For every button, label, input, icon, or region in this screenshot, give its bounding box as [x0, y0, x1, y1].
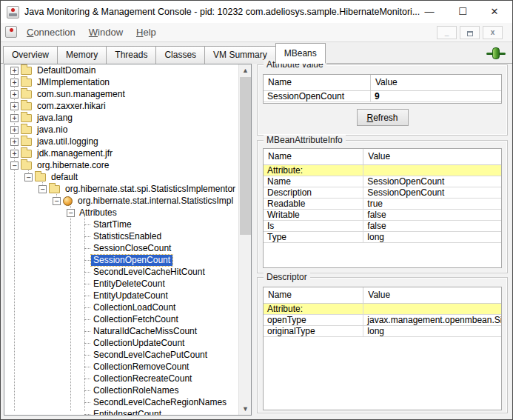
tree-node[interactable]: CollectionLoadCount	[4, 301, 238, 313]
tree-node[interactable]: CollectionRemoveCount	[4, 361, 238, 373]
tree-node[interactable]: −org.hibernate.stat.internal.StatisticsI…	[4, 195, 238, 207]
mbean-tree-panel[interactable]: +DefaultDomain+JMImplementation+com.sun.…	[4, 64, 252, 416]
tree-node[interactable]: −Attributes	[4, 207, 238, 219]
tree-node-label[interactable]: JMImplementation	[35, 77, 112, 88]
tree-node-label[interactable]: SecondLevelCachePutCount	[91, 350, 209, 361]
menu-help[interactable]: Help	[130, 23, 163, 42]
tree-node-label[interactable]: SessionOpenCount	[91, 255, 172, 266]
scrollbar-thumb[interactable]	[240, 77, 251, 235]
tree-node[interactable]: +jdk.management.jfr	[4, 147, 238, 159]
tree-node-label[interactable]: CollectionFetchCount	[91, 314, 181, 325]
table-cell[interactable]: true	[363, 198, 501, 209]
tree-node-label[interactable]: EntityUpdateCount	[91, 290, 170, 301]
tree-node[interactable]: +java.nio	[4, 124, 238, 136]
tree-node-label[interactable]: com.zaxxer.hikari	[35, 101, 108, 112]
tree-node[interactable]: +DefaultDomain	[4, 64, 238, 76]
table-cell[interactable]: false	[363, 209, 501, 220]
tree-node-label[interactable]: java.util.logging	[35, 136, 101, 147]
tree-node-label[interactable]: java.nio	[35, 124, 70, 136]
table-cell[interactable]: 9	[370, 90, 501, 101]
column-header-value[interactable]: Value	[363, 287, 501, 303]
table-cell[interactable]: Type	[264, 231, 363, 242]
tree-node-label[interactable]: CollectionRoleNames	[91, 385, 181, 396]
tab-mbeans[interactable]: MBeans	[275, 43, 326, 64]
tree-node-label[interactable]: java.lang	[35, 113, 75, 124]
tree-node[interactable]: CollectionFetchCount	[4, 313, 238, 325]
frame-minimize-button[interactable]: _	[437, 26, 457, 39]
table-cell[interactable]: Description	[264, 187, 363, 198]
menu-connection[interactable]: Connection	[20, 23, 82, 42]
plus-toggle-icon[interactable]: +	[10, 126, 19, 134]
table-cell[interactable]: originalType	[264, 325, 363, 336]
tree-node-label[interactable]: StartTime	[91, 219, 134, 230]
table-cell[interactable]: false	[363, 220, 501, 231]
tree-node[interactable]: SecondLevelCacheRegionNames	[4, 396, 238, 408]
close-button[interactable]: ✕	[481, 1, 508, 23]
tree-node-label[interactable]: CollectionRecreateCount	[91, 373, 194, 384]
table-cell[interactable]	[363, 164, 501, 176]
tree-node[interactable]: NaturalIdCacheMissCount	[4, 325, 238, 337]
tree-node[interactable]: EntityUpdateCount	[4, 290, 238, 301]
table-row[interactable]: SessionOpenCount9	[264, 90, 501, 101]
tree-scrollbar[interactable]: ▲ ▼	[238, 64, 251, 415]
table-cell[interactable]: SessionOpenCount	[363, 187, 501, 198]
table-cell[interactable]: Writable	[264, 209, 363, 220]
tree-node[interactable]: StartTime	[4, 219, 238, 230]
tree-node[interactable]: StatisticsEnabled	[4, 230, 238, 242]
tree-node[interactable]: +java.lang	[4, 112, 238, 124]
refresh-button[interactable]: Refresh	[357, 109, 409, 126]
table-row[interactable]: Attribute:	[264, 164, 501, 176]
tree-node[interactable]: EntityInsertCount	[4, 408, 238, 416]
tree-node[interactable]: SecondLevelCacheHitCount	[4, 266, 238, 278]
frame-restore-button[interactable]	[460, 26, 480, 39]
tree-node[interactable]: +java.util.logging	[4, 136, 238, 147]
column-header-value[interactable]: Value	[370, 75, 501, 90]
column-header-name[interactable]: Name	[264, 149, 363, 164]
tab-threads[interactable]: Threads	[106, 46, 156, 64]
table-row[interactable]: Readabletrue	[264, 198, 501, 209]
plus-toggle-icon[interactable]: +	[10, 114, 19, 122]
tree-node[interactable]: CollectionUpdateCount	[4, 337, 238, 349]
tree-node-label[interactable]: DefaultDomain	[35, 65, 98, 76]
tree-node-label[interactable]: Attributes	[77, 207, 119, 219]
plus-toggle-icon[interactable]: +	[10, 138, 19, 146]
tree-node-label[interactable]: org.hibernate.core	[35, 160, 111, 171]
minus-toggle-icon[interactable]: −	[67, 209, 75, 217]
frame-close-button[interactable]: x	[483, 26, 503, 39]
tree-node-label[interactable]: NaturalIdCacheMissCount	[91, 326, 199, 337]
tree-node[interactable]: −org.hibernate.stat.spi.StatisticsImplem…	[4, 183, 238, 195]
tree-node[interactable]: SessionCloseCount	[4, 242, 238, 254]
tree-node[interactable]: +JMImplementation	[4, 76, 238, 88]
maximize-button[interactable]: ☐	[449, 1, 476, 23]
scroll-up-arrow-icon[interactable]: ▲	[239, 64, 252, 76]
table-cell[interactable]	[363, 303, 501, 314]
table-row[interactable]: DescriptionSessionOpenCount	[264, 187, 501, 198]
plus-toggle-icon[interactable]: +	[10, 102, 19, 110]
table-row[interactable]: openTypejavax.management.openmbean.Sim..…	[264, 314, 501, 325]
tree-node-label[interactable]: SessionCloseCount	[91, 243, 173, 254]
plus-toggle-icon[interactable]: +	[10, 79, 19, 87]
table-cell[interactable]: javax.management.openmbean.Sim...	[363, 314, 501, 325]
tab-classes[interactable]: Classes	[155, 46, 205, 64]
plus-toggle-icon[interactable]: +	[10, 90, 19, 99]
tree-node[interactable]: EntityDeleteCount	[4, 278, 238, 290]
tree-node[interactable]: SessionOpenCount	[4, 254, 238, 266]
minus-toggle-icon[interactable]: −	[38, 185, 47, 193]
table-cell[interactable]: long	[363, 325, 501, 336]
column-header-name[interactable]: Name	[264, 287, 363, 303]
minus-toggle-icon[interactable]: −	[53, 197, 61, 205]
table-cell[interactable]: Readable	[264, 198, 363, 209]
table-cell[interactable]: SessionOpenCount	[363, 176, 501, 187]
tree-node[interactable]: +com.sun.management	[4, 88, 238, 100]
table-row[interactable]: Attribute:	[264, 303, 501, 314]
plus-toggle-icon[interactable]: +	[10, 150, 19, 158]
tree-node[interactable]: CollectionRoleNames	[4, 384, 238, 396]
tree-node-label[interactable]: org.hibernate.stat.internal.StatisticsIm…	[76, 196, 235, 207]
table-cell[interactable]: Attribute:	[264, 164, 363, 176]
tree-node-label[interactable]: EntityDeleteCount	[91, 279, 167, 290]
table-cell[interactable]: openType	[264, 314, 363, 325]
table-cell[interactable]: Is	[264, 220, 363, 231]
tree-node-label[interactable]: CollectionUpdateCount	[91, 338, 187, 349]
table-row[interactable]: Typelong	[264, 231, 501, 242]
tree-node[interactable]: −default	[4, 171, 238, 183]
